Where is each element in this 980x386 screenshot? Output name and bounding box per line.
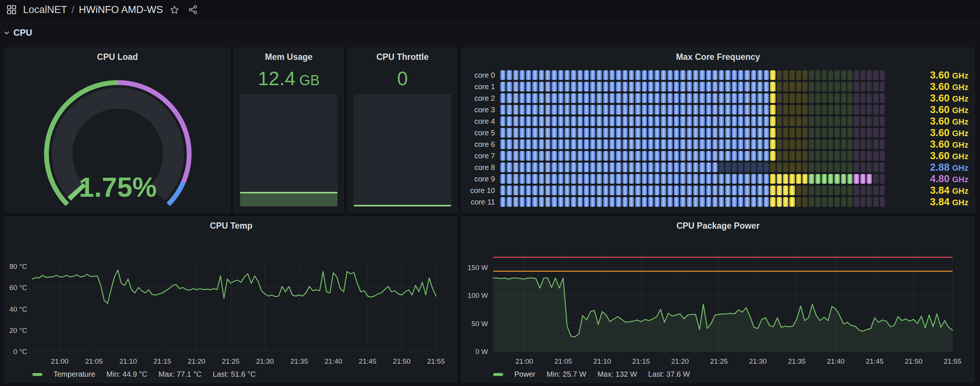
core-row: core 113.84GHz <box>468 197 969 207</box>
led-cell <box>629 116 634 126</box>
y-axis-tick: 0 W <box>475 348 488 356</box>
led-cell <box>738 174 743 184</box>
led-cell <box>789 82 795 91</box>
panel-mem-usage: Mem Usage 12.4GB <box>234 48 344 213</box>
led-cell <box>770 163 775 172</box>
led-cell <box>732 128 737 137</box>
led-cell <box>777 70 782 80</box>
led-cell <box>571 151 576 161</box>
led-cell <box>642 185 647 195</box>
led-cell <box>751 151 756 161</box>
panel-title[interactable]: CPU Load <box>5 52 230 62</box>
led-cell <box>757 197 763 207</box>
led-cell <box>565 197 570 207</box>
led-cell <box>545 128 550 137</box>
core-label: core 5 <box>468 128 500 137</box>
led-cell <box>674 70 679 80</box>
grafana-dashboard: { "header": { "folder": "LocalNET", "sep… <box>0 0 980 386</box>
led-cell <box>597 139 602 149</box>
led-cell <box>584 70 589 80</box>
led-cell <box>777 93 782 103</box>
led-cell <box>558 70 563 80</box>
led-cell <box>873 128 878 137</box>
led-cell <box>609 93 615 103</box>
led-cell <box>815 163 821 172</box>
share-icon[interactable] <box>188 5 198 14</box>
led-cell <box>545 139 550 149</box>
led-cell <box>648 197 653 207</box>
led-cell <box>661 70 666 80</box>
panel-title[interactable]: CPU Throttle <box>348 52 457 62</box>
legend-series-name[interactable]: Power <box>514 370 536 378</box>
led-cell <box>738 197 743 207</box>
led-cell <box>513 163 519 172</box>
led-cell <box>796 70 801 80</box>
led-cell <box>558 128 563 137</box>
led-cell <box>828 93 833 103</box>
led-cell <box>880 116 885 126</box>
led-cell <box>745 163 749 172</box>
breadcrumb-folder[interactable]: LocalNET <box>23 4 67 16</box>
led-cell <box>854 105 859 115</box>
led-cell <box>687 105 692 115</box>
led-cell <box>571 163 576 172</box>
led-cell <box>699 139 705 149</box>
cpu-temp-chart[interactable]: 0 °C20 °C40 °C60 °C80 °C21:0021:0521:102… <box>5 217 458 383</box>
core-frequency-value: 3.60GHz <box>887 139 969 149</box>
apps-grid-icon[interactable] <box>7 5 16 14</box>
led-cell <box>526 128 531 137</box>
led-cell <box>590 128 595 137</box>
led-cell <box>603 185 608 195</box>
panel-title[interactable]: CPU Package Power <box>461 221 974 231</box>
led-cell <box>834 93 840 103</box>
led-cell <box>713 93 718 103</box>
led-cell <box>629 197 634 207</box>
led-cell <box>699 116 705 126</box>
led-cell <box>713 82 718 91</box>
core-row: core 82.88GHz <box>468 163 969 172</box>
led-cell <box>706 93 711 103</box>
led-cell <box>578 82 583 91</box>
led-cell <box>622 151 628 161</box>
panel-title[interactable]: CPU Temp <box>5 221 457 231</box>
led-cell <box>590 151 595 161</box>
cpu-throttle-bar-gauge <box>354 94 451 206</box>
led-cell <box>642 93 647 103</box>
led-cell <box>603 197 608 207</box>
led-cell <box>828 70 833 80</box>
led-cell <box>725 116 730 126</box>
led-cell <box>687 82 692 91</box>
led-cell <box>860 93 865 103</box>
led-cell <box>789 174 795 184</box>
led-cell <box>764 93 769 103</box>
led-cell <box>867 128 872 137</box>
led-cell <box>661 174 666 184</box>
led-cell <box>738 128 743 137</box>
led-cell <box>520 197 525 207</box>
led-cell <box>796 163 801 172</box>
core-frequency-value: 4.80GHz <box>887 174 969 184</box>
led-cell <box>719 93 724 103</box>
star-icon[interactable] <box>170 5 179 14</box>
led-cell <box>770 82 775 91</box>
core-frequency-value: 3.60GHz <box>887 93 969 103</box>
panel-title[interactable]: Max Core Frequency <box>461 52 974 62</box>
cpu-power-chart[interactable]: 0 W50 W100 W150 W21:0021:0521:1021:1521:… <box>461 217 975 383</box>
legend-series-name[interactable]: Temperature <box>54 370 95 378</box>
led-cell <box>732 185 737 195</box>
led-cell <box>552 185 557 195</box>
panel-title[interactable]: Mem Usage <box>234 52 344 62</box>
row-section-cpu[interactable]: CPU <box>4 27 32 38</box>
led-cell <box>757 116 763 126</box>
led-cell <box>764 139 769 149</box>
led-cell <box>713 185 718 195</box>
led-cell <box>616 70 621 80</box>
led-cell <box>629 163 634 172</box>
led-cell <box>764 116 769 126</box>
led-cell <box>828 197 833 207</box>
led-cell <box>699 151 705 161</box>
led-cell <box>699 82 705 91</box>
led-cell <box>847 93 853 103</box>
led-cell <box>545 197 550 207</box>
led-cell <box>764 197 769 207</box>
